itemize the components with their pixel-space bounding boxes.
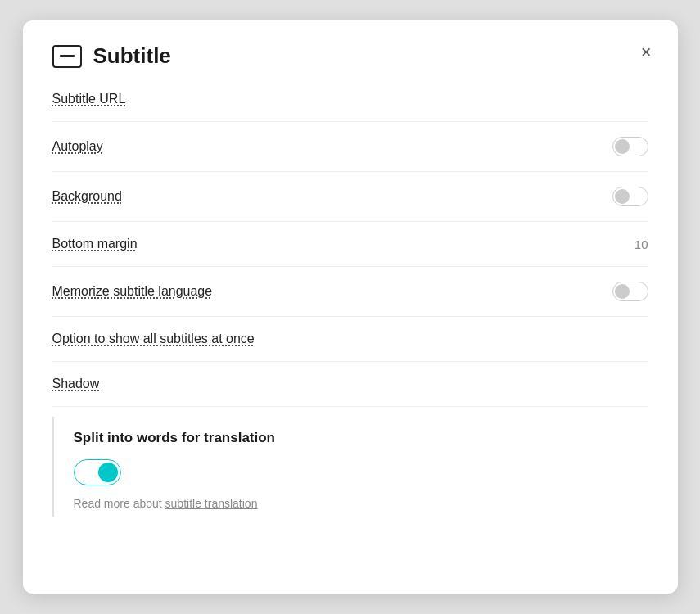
dialog-header: Subtitle xyxy=(52,43,648,69)
split-section: Split into words for translation Read mo… xyxy=(52,417,648,517)
shadow-row: Shadow xyxy=(52,362,648,407)
bottom-margin-row: Bottom margin 10 xyxy=(52,222,648,267)
show-all-label: Option to show all subtitles at once xyxy=(52,332,255,346)
shadow-label: Shadow xyxy=(52,377,100,391)
split-toggle-knob xyxy=(98,463,118,482)
bottom-margin-label: Bottom margin xyxy=(52,237,138,251)
subtitle-translation-link[interactable]: subtitle translation xyxy=(165,497,258,510)
split-section-title: Split into words for translation xyxy=(74,430,648,446)
subtitle-url-row: Subtitle URL xyxy=(52,92,648,122)
background-toggle[interactable] xyxy=(612,187,648,206)
show-all-row: Option to show all subtitles at once xyxy=(52,317,648,362)
memorize-label: Memorize subtitle language xyxy=(52,284,213,299)
bottom-margin-value: 10 xyxy=(635,237,648,251)
autoplay-toggle[interactable] xyxy=(612,137,648,156)
split-description: Read more about subtitle translation xyxy=(74,497,648,510)
split-toggle[interactable] xyxy=(74,459,121,485)
autoplay-label: Autoplay xyxy=(52,139,103,154)
background-label: Background xyxy=(52,189,122,204)
memorize-row: Memorize subtitle language xyxy=(52,267,648,317)
subtitle-dialog: Subtitle × Subtitle URL Autoplay Backgro… xyxy=(23,20,678,594)
background-toggle-knob xyxy=(615,189,630,204)
close-button[interactable]: × xyxy=(638,40,655,65)
autoplay-toggle-knob xyxy=(615,139,630,154)
autoplay-row: Autoplay xyxy=(52,122,648,172)
subtitle-icon xyxy=(52,45,82,68)
memorize-toggle[interactable] xyxy=(612,282,648,301)
background-row: Background xyxy=(52,172,648,222)
subtitle-icon-bar xyxy=(60,55,75,57)
split-description-prefix: Read more about xyxy=(74,497,165,510)
settings-list: Subtitle URL Autoplay Background Bottom … xyxy=(52,92,648,407)
subtitle-url-label[interactable]: Subtitle URL xyxy=(52,92,126,106)
memorize-toggle-knob xyxy=(615,284,630,299)
dialog-title: Subtitle xyxy=(93,43,171,69)
